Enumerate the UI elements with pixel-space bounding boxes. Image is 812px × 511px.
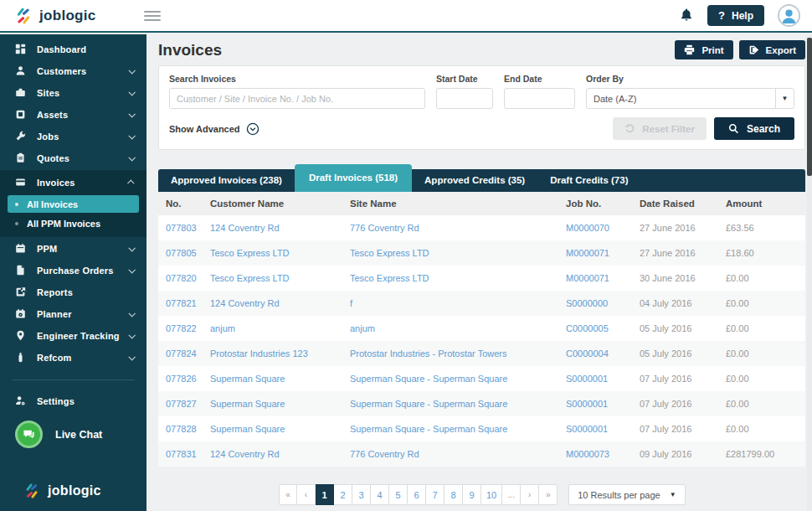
search-invoices-input[interactable] — [169, 88, 425, 109]
job-no-link[interactable]: M0000071 — [566, 248, 640, 258]
assets-icon — [15, 109, 27, 121]
start-date-label: Start Date — [436, 74, 493, 84]
export-button[interactable]: Export — [739, 40, 805, 59]
sidebar-item-purchase-orders[interactable]: Purchase Orders — [0, 260, 146, 281]
page-button-10[interactable]: 10 — [481, 484, 502, 505]
job-no-link[interactable]: M0000070 — [566, 223, 640, 233]
customer-name-link[interactable]: Protostar Industries 123 — [210, 348, 350, 359]
scrollbar[interactable] — [807, 34, 812, 511]
sidebar-item-settings[interactable]: Settings — [0, 390, 146, 412]
print-button[interactable]: Print — [675, 40, 732, 59]
invoice-no-link[interactable]: 077824 — [158, 348, 210, 359]
page-button-9[interactable]: 9 — [463, 484, 481, 505]
sidebar-item-planner[interactable]: Planner — [0, 303, 146, 325]
customer-name-link[interactable]: Tesco Express LTD — [210, 248, 350, 258]
customers-icon — [15, 65, 27, 77]
results-per-page-select[interactable]: 10 Results per page ▼ — [568, 484, 685, 505]
invoice-no-link[interactable]: 077826 — [158, 374, 210, 384]
customer-name-link[interactable]: Superman Square — [210, 399, 350, 409]
sidebar-item-customers[interactable]: Customers — [0, 60, 146, 82]
help-button[interactable]: ? Help — [707, 5, 764, 26]
sidebar-item-reports[interactable]: Reports — [0, 281, 146, 303]
invoice-no-link[interactable]: 077820 — [158, 273, 210, 283]
page-button-3[interactable]: 3 — [352, 484, 371, 505]
invoice-no-link[interactable]: 077803 — [158, 223, 210, 233]
quotes-icon — [15, 152, 27, 164]
site-name-link[interactable]: f — [350, 298, 566, 308]
job-no-link[interactable]: S0000001 — [566, 424, 640, 434]
tab-approved-credits[interactable]: Approved Credits (35) — [412, 169, 537, 192]
site-name-link[interactable]: Superman Square - Superman Square — [350, 399, 566, 409]
customer-name-link[interactable]: Superman Square — [210, 424, 350, 434]
search-button[interactable]: Search — [714, 117, 794, 140]
site-name-link[interactable]: anjum — [350, 323, 566, 333]
sidebar-item-ppm[interactable]: PPM — [0, 238, 146, 260]
menu-toggle-icon[interactable] — [144, 11, 161, 21]
start-date-input[interactable] — [436, 88, 493, 109]
customer-name-link[interactable]: anjum — [210, 323, 350, 333]
sidebar-item-dashboard[interactable]: Dashboard — [0, 39, 146, 60]
page-button-6[interactable]: 6 — [408, 484, 426, 505]
job-no-link[interactable]: S0000001 — [566, 374, 640, 384]
invoice-no-link[interactable]: 077822 — [158, 323, 210, 333]
sidebar-subitem-all-ppm-invoices[interactable]: All PPM Invoices — [8, 214, 139, 232]
job-no-link[interactable]: S0000000 — [566, 298, 640, 308]
invoice-no-link[interactable]: 077821 — [158, 298, 210, 308]
tab-draft-credits[interactable]: Draft Credits (73) — [537, 169, 640, 192]
scrollbar-thumb[interactable] — [807, 38, 812, 176]
first-page-button[interactable]: « — [279, 484, 297, 505]
prev-page-button[interactable]: ‹ — [297, 484, 316, 505]
site-name-link[interactable]: 776 Coventry Rd — [350, 223, 566, 233]
site-name-link[interactable]: Superman Square - Superman Square — [350, 424, 566, 434]
site-name-link[interactable]: Tesco Express LTD — [350, 273, 566, 283]
purchase-orders-icon — [15, 265, 27, 276]
sidebar-item-engineer-tracking[interactable]: Engineer Tracking — [0, 325, 146, 347]
tab-approved-invoices[interactable]: Approved Invoices (238) — [158, 169, 295, 192]
ellipsis-button[interactable]: ... — [502, 484, 521, 505]
customer-name-link[interactable]: 124 Coventry Rd — [210, 298, 350, 308]
job-no-link[interactable]: M0000071 — [566, 273, 640, 283]
reset-filter-button[interactable]: Reset Filter — [613, 117, 707, 140]
page-button-1[interactable]: 1 — [316, 484, 334, 505]
sidebar-item-invoices[interactable]: Invoices — [0, 172, 146, 194]
page-button-5[interactable]: 5 — [389, 484, 408, 505]
notifications-bell-icon[interactable] — [679, 8, 694, 24]
page-button-8[interactable]: 8 — [445, 484, 463, 505]
site-name-link[interactable]: Protostar Industries - Protostar Towers — [350, 348, 566, 359]
customer-name-link[interactable]: Superman Square — [210, 374, 350, 384]
site-name-link[interactable]: 776 Coventry Rd — [350, 449, 566, 459]
sidebar-item-jobs[interactable]: Jobs — [0, 126, 146, 147]
customer-name-link[interactable]: 124 Coventry Rd — [210, 223, 350, 233]
last-page-button[interactable]: » — [539, 484, 558, 505]
page-button-4[interactable]: 4 — [371, 484, 389, 505]
sidebar-item-refcom[interactable]: Refcom — [0, 347, 146, 369]
job-no-link[interactable]: C0000005 — [566, 323, 640, 333]
app-logo[interactable]: joblogic — [0, 6, 132, 26]
invoice-tabs: Approved Invoices (238)Draft Invoices (5… — [158, 164, 805, 192]
live-chat-button[interactable]: Live Chat — [0, 412, 146, 448]
tab-draft-invoices[interactable]: Draft Invoices (518) — [295, 164, 412, 192]
chevron-down-icon[interactable]: ▼ — [775, 89, 794, 108]
invoice-no-link[interactable]: 077805 — [158, 248, 210, 258]
invoice-no-link[interactable]: 077828 — [158, 424, 210, 434]
job-no-link[interactable]: C0000004 — [566, 348, 640, 359]
show-advanced-toggle[interactable]: Show Advanced — [169, 122, 260, 136]
sidebar-item-sites[interactable]: Sites — [0, 82, 146, 104]
user-avatar[interactable] — [778, 4, 800, 27]
sidebar-item-assets[interactable]: Assets — [0, 104, 146, 126]
order-by-select[interactable]: Date (A-Z) ▼ — [586, 88, 794, 109]
page-button-2[interactable]: 2 — [334, 484, 352, 505]
invoice-no-link[interactable]: 077831 — [158, 449, 210, 459]
page-button-7[interactable]: 7 — [426, 484, 445, 505]
site-name-link[interactable]: Superman Square - Superman Square — [350, 374, 566, 384]
job-no-link[interactable]: S0000001 — [566, 399, 640, 409]
customer-name-link[interactable]: Tesco Express LTD — [210, 273, 350, 283]
next-page-button[interactable]: › — [521, 484, 539, 505]
sidebar-item-quotes[interactable]: Quotes — [0, 147, 146, 169]
invoice-no-link[interactable]: 077827 — [158, 399, 210, 409]
sidebar-subitem-all-invoices[interactable]: All Invoices — [8, 195, 139, 213]
customer-name-link[interactable]: 124 Coventry Rd — [210, 449, 350, 459]
job-no-link[interactable]: M0000073 — [566, 449, 640, 459]
end-date-input[interactable] — [504, 88, 575, 109]
site-name-link[interactable]: Tesco Express LTD — [350, 248, 566, 258]
